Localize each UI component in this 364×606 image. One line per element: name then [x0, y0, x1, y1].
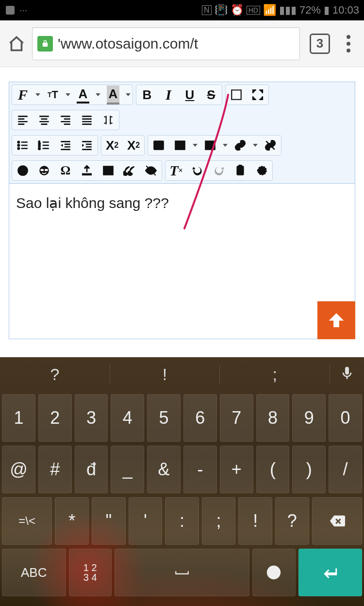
italic-button[interactable]: I: [158, 85, 179, 104]
svg-point-1: [18, 141, 19, 143]
table-dropdown[interactable]: [199, 136, 230, 155]
home-icon[interactable]: [8, 35, 25, 52]
key-)[interactable]: ): [292, 446, 326, 493]
key-enter[interactable]: [298, 549, 363, 596]
key-numsym[interactable]: 1 23 4: [69, 549, 112, 596]
url-text: 'www.otosaigon.com/t: [58, 35, 198, 52]
key-;[interactable]: ;: [202, 497, 236, 545]
undo-icon[interactable]: [187, 161, 208, 180]
strike-button[interactable]: S: [200, 85, 222, 104]
app-square-icon: [5, 5, 16, 16]
svg-rect-16: [45, 169, 48, 171]
key-_[interactable]: _: [111, 446, 144, 493]
key-đ[interactable]: đ: [75, 446, 108, 493]
key-&[interactable]: &: [147, 446, 181, 493]
float-icon[interactable]: [98, 110, 119, 130]
tabs-button[interactable]: 3: [310, 34, 330, 54]
cool-icon[interactable]: [33, 161, 55, 180]
key-![interactable]: !: [238, 497, 272, 545]
key-2[interactable]: 2: [38, 394, 72, 442]
image-icon[interactable]: [148, 136, 169, 155]
subscript-icon[interactable]: X2: [101, 136, 123, 155]
key-@[interactable]: @: [2, 446, 35, 493]
key-backspace[interactable]: [312, 497, 362, 545]
redo-icon[interactable]: [208, 161, 230, 180]
outdent-icon[interactable]: [55, 136, 76, 155]
key-space[interactable]: [115, 549, 249, 596]
key-0[interactable]: 0: [329, 394, 362, 442]
eraser-icon[interactable]: [226, 85, 247, 104]
svg-text:3: 3: [38, 146, 40, 151]
clear-format-icon[interactable]: T×: [165, 161, 187, 180]
smiley-icon[interactable]: [12, 161, 33, 180]
key-4[interactable]: 4: [111, 394, 144, 442]
key-?[interactable]: ?: [275, 497, 309, 545]
key-+[interactable]: +: [220, 446, 253, 493]
bullet-list-icon[interactable]: [12, 136, 33, 155]
history-icon[interactable]: [251, 161, 272, 180]
key-1[interactable]: 1: [2, 394, 35, 442]
svg-point-8: [156, 143, 158, 145]
code-icon[interactable]: [98, 161, 119, 180]
fullscreen-icon[interactable]: [247, 85, 268, 104]
key-'[interactable]: ': [129, 497, 163, 545]
suggestion-2[interactable]: !: [110, 365, 220, 384]
overflow-menu-icon[interactable]: [341, 35, 356, 52]
status-text: ⋯: [19, 6, 28, 15]
font-size-dropdown[interactable]: TT: [42, 85, 72, 104]
omega-icon[interactable]: Ω: [55, 161, 76, 180]
key-:[interactable]: :: [165, 497, 199, 545]
bg-color-dropdown[interactable]: A: [102, 85, 132, 104]
url-bar[interactable]: 'www.otosaigon.com/t: [32, 27, 300, 60]
key-#[interactable]: #: [38, 446, 72, 493]
key-7[interactable]: 7: [220, 394, 253, 442]
editor-content[interactable]: Sao lại không sang ???: [9, 183, 355, 339]
key-symshift[interactable]: =\<: [2, 497, 52, 545]
hd-icon: HD: [247, 6, 260, 15]
link-dropdown[interactable]: [230, 136, 260, 155]
suggestion-3[interactable]: ;: [220, 365, 330, 384]
key-3[interactable]: 3: [75, 394, 108, 442]
key-8[interactable]: 8: [256, 394, 290, 442]
visibility-off-icon[interactable]: [140, 161, 162, 180]
align-left-icon[interactable]: [12, 110, 33, 130]
svg-point-23: [268, 566, 281, 579]
suggestion-1[interactable]: ?: [0, 365, 110, 384]
android-status-bar: ⋯ N 📳 ⏰ HD 📶 ▮▮▮ 72% ▮ 10:03: [0, 0, 364, 20]
vibrate-icon: 📳: [215, 4, 228, 17]
svg-point-25: [275, 571, 277, 572]
scroll-to-top-button[interactable]: [317, 301, 355, 339]
battery-text: 72%: [299, 4, 321, 17]
text-color-dropdown[interactable]: A: [72, 85, 102, 104]
clock-text: 10:03: [332, 4, 359, 17]
svg-point-13: [24, 169, 25, 170]
mic-icon[interactable]: [330, 365, 364, 383]
key-emoji[interactable]: [252, 549, 295, 596]
key-/[interactable]: /: [329, 446, 362, 493]
key-"[interactable]: ": [92, 497, 126, 545]
key--[interactable]: -: [183, 446, 217, 493]
number-list-icon[interactable]: 123: [33, 136, 55, 155]
indent-icon[interactable]: [76, 136, 98, 155]
media-dropdown[interactable]: [169, 136, 199, 155]
underline-button[interactable]: U: [179, 85, 200, 104]
align-right-icon[interactable]: [55, 110, 76, 130]
svg-point-3: [18, 148, 19, 149]
soft-keyboard: ? ! ; 1234567890 @#đ_&-+()/ =\<*"':;!? A…: [0, 357, 364, 606]
upload-icon[interactable]: [76, 161, 98, 180]
key-*[interactable]: *: [55, 497, 89, 545]
quote-icon[interactable]: [119, 161, 140, 180]
unlink-icon[interactable]: [260, 136, 281, 155]
battery-icon: ▮: [324, 4, 330, 17]
key-5[interactable]: 5: [147, 394, 181, 442]
key-abc[interactable]: ABC: [2, 549, 66, 596]
align-justify-icon[interactable]: [76, 110, 98, 130]
superscript-icon[interactable]: X2: [123, 136, 144, 155]
font-family-dropdown[interactable]: F: [12, 85, 42, 104]
key-6[interactable]: 6: [183, 394, 217, 442]
key-([interactable]: (: [256, 446, 290, 493]
bold-button[interactable]: B: [136, 85, 158, 104]
align-center-icon[interactable]: [33, 110, 55, 130]
paste-icon[interactable]: T: [230, 161, 251, 180]
key-9[interactable]: 9: [292, 394, 326, 442]
